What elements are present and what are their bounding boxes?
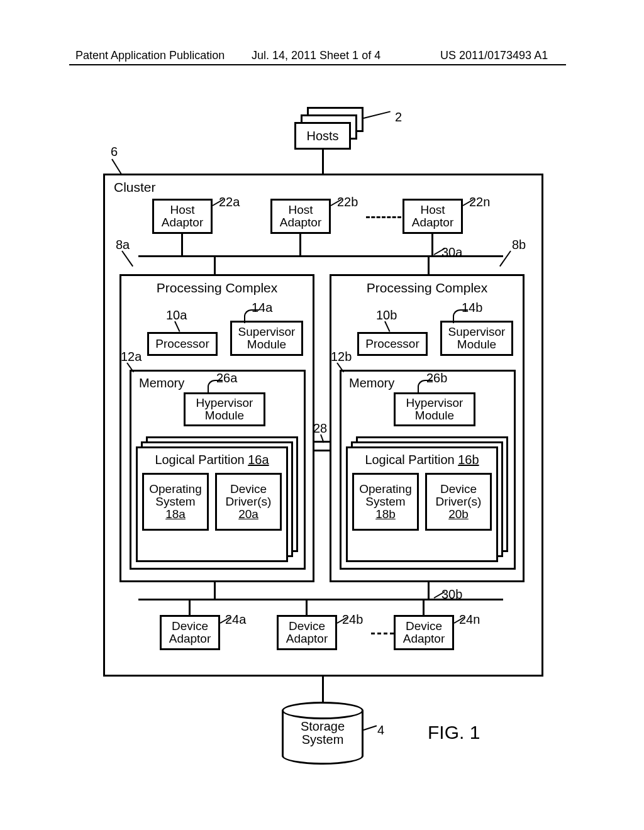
dd-b: Device Driver(s) 20b bbox=[425, 473, 492, 531]
lead-cluster bbox=[111, 158, 123, 175]
hypervisor-a: Hypervisor Module bbox=[184, 392, 265, 426]
hypervisor-a-label: Hypervisor Module bbox=[196, 397, 253, 422]
cluster-label: Cluster bbox=[114, 180, 156, 194]
ref-ha-a: 22a bbox=[219, 195, 240, 209]
ref-da-n: 24n bbox=[459, 612, 480, 627]
ha-n-drop bbox=[431, 234, 433, 255]
lead-hosts bbox=[364, 111, 391, 119]
figure-label: FIG. 1 bbox=[428, 722, 480, 743]
supervisor-b-label: Supervisor Module bbox=[448, 326, 506, 351]
processor-b: Processor bbox=[357, 332, 428, 356]
os-a-label: Operating System bbox=[149, 483, 201, 508]
memory-b-label: Memory bbox=[349, 377, 394, 390]
header-left: Patent Application Publication bbox=[75, 49, 225, 62]
ref-mem-b: 12b bbox=[331, 350, 352, 364]
bus-pc-b bbox=[428, 255, 430, 274]
da-b-drop bbox=[306, 599, 308, 615]
dd-b-label: Device Driver(s) bbox=[436, 483, 482, 508]
ref-bus-top: 30a bbox=[441, 245, 462, 260]
ha-b-drop bbox=[299, 234, 301, 255]
ref-pc-a: 8a bbox=[116, 238, 130, 252]
host-adaptor-n-label: Host Adaptor bbox=[412, 204, 454, 229]
ref-proc-b: 10b bbox=[376, 308, 397, 323]
host-adaptor-b: Host Adaptor bbox=[270, 199, 331, 234]
lead-hyp-a bbox=[208, 380, 223, 394]
ha-dashline bbox=[366, 216, 401, 218]
lead-sup-a bbox=[244, 309, 259, 323]
dd-a-ref: 20a bbox=[238, 508, 258, 521]
lp-b-title: Logical Partition 16b bbox=[365, 453, 479, 467]
hypervisor-b: Hypervisor Module bbox=[394, 392, 475, 426]
da-n-label: Device Adaptor bbox=[403, 620, 445, 645]
cyl-top bbox=[282, 702, 364, 719]
device-adaptor-n: Device Adaptor bbox=[394, 615, 454, 650]
supervisor-a: Supervisor Module bbox=[230, 321, 303, 356]
ref-bus-bot: 30b bbox=[441, 587, 462, 602]
ref-ha-n: 22n bbox=[469, 195, 490, 209]
processor-a-label: Processor bbox=[155, 338, 209, 350]
cluster-storage-conn bbox=[322, 677, 324, 703]
lead-sup-b bbox=[453, 309, 468, 323]
ref-conn: 28 bbox=[313, 421, 327, 436]
ha-a-drop bbox=[181, 234, 183, 255]
os-b-label: Operating System bbox=[359, 483, 411, 508]
supervisor-b: Supervisor Module bbox=[440, 321, 513, 356]
da-a-label: Device Adaptor bbox=[169, 620, 211, 645]
pc-a-drop bbox=[214, 582, 216, 599]
host-adaptor-a: Host Adaptor bbox=[152, 199, 213, 234]
ref-pc-b: 8b bbox=[512, 238, 526, 252]
os-a-ref: 18a bbox=[165, 508, 186, 521]
supervisor-a-label: Supervisor Module bbox=[238, 326, 296, 351]
da-dashline bbox=[371, 633, 394, 634]
lead-hyp-b bbox=[418, 380, 433, 394]
ref-proc-a: 10a bbox=[166, 308, 187, 323]
processor-b-label: Processor bbox=[365, 338, 419, 350]
hosts-box: Hosts bbox=[294, 122, 351, 150]
device-adaptor-a: Device Adaptor bbox=[160, 615, 220, 650]
ref-cluster: 6 bbox=[111, 145, 118, 159]
header-rule bbox=[69, 64, 566, 65]
dd-a: Device Driver(s) 20a bbox=[215, 473, 282, 531]
da-b-label: Device Adaptor bbox=[286, 620, 328, 645]
ref-da-a: 24a bbox=[225, 612, 246, 627]
host-adaptor-n: Host Adaptor bbox=[402, 199, 463, 234]
os-b: Operating System 18b bbox=[352, 473, 419, 531]
ref-da-b: 24b bbox=[342, 612, 363, 627]
dd-a-label: Device Driver(s) bbox=[226, 483, 272, 508]
da-a-drop bbox=[189, 599, 191, 615]
os-a: Operating System 18a bbox=[142, 473, 209, 531]
ref-hosts: 2 bbox=[395, 110, 402, 124]
ref-ha-b: 22b bbox=[337, 195, 358, 209]
hypervisor-b-label: Hypervisor Module bbox=[406, 397, 464, 422]
hosts-label: Hosts bbox=[306, 130, 338, 143]
os-b-ref: 18b bbox=[375, 508, 396, 521]
device-adaptor-b: Device Adaptor bbox=[277, 615, 337, 650]
storage-cylinder: Storage System bbox=[282, 702, 364, 765]
conn-hosts-cluster bbox=[322, 150, 324, 174]
memory-a-label: Memory bbox=[139, 377, 184, 390]
bus-pc-a bbox=[214, 255, 216, 274]
storage-label: Storage System bbox=[301, 720, 345, 746]
da-n-drop bbox=[423, 599, 425, 615]
pc-b-drop bbox=[428, 582, 430, 599]
header-right: US 2011/0173493 A1 bbox=[440, 49, 548, 62]
processor-a: Processor bbox=[147, 332, 218, 356]
inter-pc-conn-bot bbox=[314, 450, 330, 451]
pc-b-title: Processing Complex bbox=[367, 281, 488, 295]
lead-storage bbox=[364, 725, 377, 731]
lp-a-title: Logical Partition 16a bbox=[155, 453, 269, 467]
ref-storage: 4 bbox=[377, 723, 384, 738]
host-adaptor-b-label: Host Adaptor bbox=[280, 204, 322, 229]
header-middle: Jul. 14, 2011 Sheet 1 of 4 bbox=[252, 49, 380, 62]
pc-a-title: Processing Complex bbox=[157, 281, 278, 295]
dd-b-ref: 20b bbox=[448, 508, 469, 521]
host-adaptor-a-label: Host Adaptor bbox=[162, 204, 204, 229]
ref-mem-a: 12a bbox=[121, 350, 142, 364]
